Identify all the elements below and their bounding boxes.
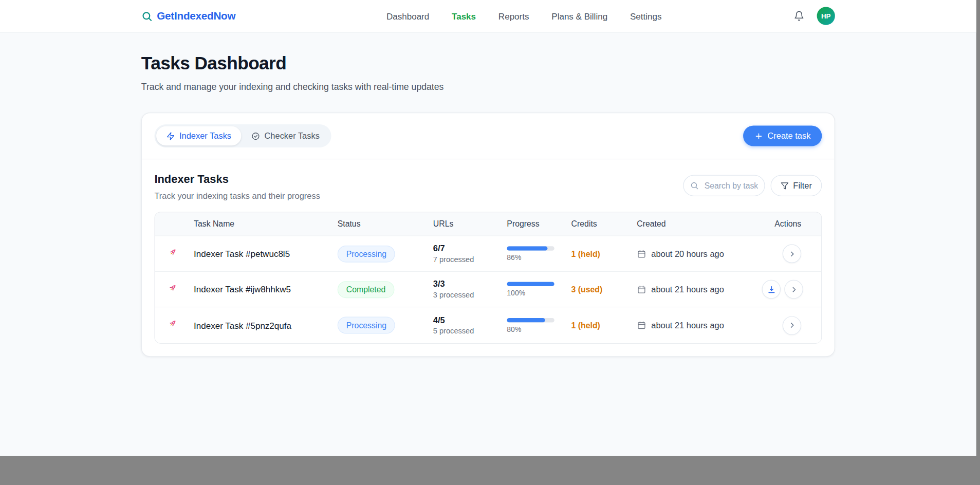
column-header-credits: Credits <box>571 219 637 229</box>
nav-item-tasks[interactable]: Tasks <box>452 11 476 21</box>
nav-item-dashboard[interactable]: Dashboard <box>386 11 429 21</box>
progress-bar <box>507 282 554 287</box>
urls-processed: 7 processed <box>433 255 507 264</box>
card-toolbar: Indexer Tasks Checker Tasks <box>142 113 835 159</box>
search-box <box>683 175 765 196</box>
brand-search-icon <box>141 10 153 22</box>
table-body: Indexer Task #petwuc8l5 Processing 6/7 7… <box>155 236 821 343</box>
column-header-progress: Progress <box>507 219 571 229</box>
section-title: Indexer Tasks <box>154 173 320 186</box>
brand-name: GetIndexedNow <box>157 10 235 22</box>
task-name: Indexer Task #5pnz2qufa <box>189 320 337 330</box>
zap-icon <box>167 132 175 140</box>
create-task-button[interactable]: Create task <box>743 125 822 146</box>
column-header-created: Created <box>637 219 762 229</box>
created-time: about 20 hours ago <box>651 249 724 258</box>
column-header-status: Status <box>338 219 433 229</box>
created-time: about 21 hours ago <box>651 285 724 294</box>
table-header: Task NameStatusURLsProgressCreditsCreate… <box>155 213 821 236</box>
credits-value: 1 (held) <box>571 249 637 258</box>
download-button[interactable] <box>762 280 781 299</box>
progress-bar <box>507 246 554 251</box>
plus-icon <box>754 132 763 140</box>
calendar-icon <box>637 285 646 294</box>
status-badge: Processing <box>338 317 395 334</box>
calendar-icon <box>637 321 646 330</box>
table-row: Indexer Task #5pnz2qufa Processing 4/5 5… <box>155 307 821 343</box>
section-subtitle: Track your indexing tasks and their prog… <box>154 191 320 200</box>
chevron-right-icon <box>787 321 797 330</box>
progress-label: 80% <box>507 325 571 333</box>
column-header-actions: Actions <box>762 219 822 229</box>
notifications-bell-icon[interactable] <box>794 11 805 22</box>
nav-item-settings[interactable]: Settings <box>630 11 662 21</box>
column-header-task-name: Task Name <box>155 219 338 229</box>
task-name: Indexer Task #petwuc8l5 <box>189 249 337 258</box>
urls-processed: 5 processed <box>433 326 507 335</box>
progress-label: 86% <box>507 254 571 262</box>
tab-checker-label: Checker Tasks <box>265 131 320 140</box>
tasks-table: Task NameStatusURLsProgressCreditsCreate… <box>154 212 822 344</box>
brand-logo[interactable]: GetIndexedNow <box>141 10 235 22</box>
filter-icon <box>781 181 789 190</box>
page-title: Tasks Dashboard <box>141 53 835 73</box>
nav-item-plans-billing[interactable]: Plans & Billing <box>551 11 607 21</box>
page-subtitle: Track and manage your indexing and check… <box>141 82 835 91</box>
chevron-right-icon <box>789 285 798 294</box>
section-actions: Filter <box>683 175 822 196</box>
rocket-icon <box>167 319 177 332</box>
progress-label: 100% <box>507 289 571 297</box>
filter-button[interactable]: Filter <box>771 175 822 196</box>
urls-count: 3/3 <box>433 279 507 289</box>
main-content: Tasks Dashboard Track and manage your in… <box>141 32 835 357</box>
view-task-button[interactable] <box>783 316 801 334</box>
tab-indexer-label: Indexer Tasks <box>179 131 231 140</box>
created-time: about 21 hours ago <box>651 321 724 330</box>
task-type-tabs: Indexer Tasks Checker Tasks <box>154 124 331 147</box>
table-row: Indexer Task #petwuc8l5 Processing 6/7 7… <box>155 236 821 272</box>
top-navbar: GetIndexedNow DashboardTasksReportsPlans… <box>0 0 976 32</box>
progress-bar <box>507 318 554 322</box>
table-row: Indexer Task #ijw8hhkw5 Completed 3/3 3 … <box>155 272 821 307</box>
urls-count: 6/7 <box>433 244 507 253</box>
check-circle-icon <box>251 132 260 140</box>
view-task-button[interactable] <box>783 245 801 263</box>
rocket-icon <box>167 247 177 260</box>
search-icon <box>690 181 699 190</box>
urls-processed: 3 processed <box>433 291 507 300</box>
tab-checker-tasks[interactable]: Checker Tasks <box>242 126 330 146</box>
urls-count: 4/5 <box>433 315 507 325</box>
rocket-icon <box>167 283 177 296</box>
app-window: GetIndexedNow DashboardTasksReportsPlans… <box>0 0 976 456</box>
status-badge: Processing <box>338 245 395 262</box>
credits-value: 3 (used) <box>571 285 637 294</box>
tasks-card: Indexer Tasks Checker Tasks <box>141 113 835 357</box>
tab-indexer-tasks[interactable]: Indexer Tasks <box>156 126 241 146</box>
section-header: Indexer Tasks Track your indexing tasks … <box>142 159 835 212</box>
filter-label: Filter <box>793 181 811 190</box>
nav-links: DashboardTasksReportsPlans & BillingSett… <box>367 11 661 21</box>
nav-right-group: HP <box>794 7 835 25</box>
chevron-right-icon <box>787 249 797 258</box>
status-badge: Completed <box>338 281 395 298</box>
column-header-urls: URLs <box>433 219 507 229</box>
task-name: Indexer Task #ijw8hhkw5 <box>189 284 337 294</box>
view-task-button[interactable] <box>784 280 803 299</box>
calendar-icon <box>637 249 646 258</box>
create-task-label: Create task <box>767 131 810 140</box>
avatar[interactable]: HP <box>817 7 835 25</box>
nav-item-reports[interactable]: Reports <box>498 11 529 21</box>
credits-value: 1 (held) <box>571 321 637 330</box>
